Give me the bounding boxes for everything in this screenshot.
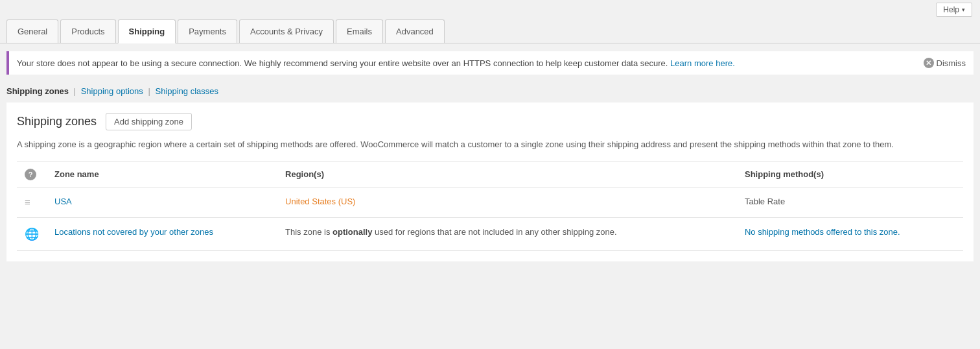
help-label: Help <box>943 5 959 14</box>
add-shipping-zone-button[interactable]: Add shipping zone <box>106 113 192 130</box>
tab-payments[interactable]: Payments <box>178 19 237 43</box>
shipping-zones-table: ? Zone name Region(s) Shipping method(s)… <box>17 162 963 251</box>
tabs-container: General Products Shipping Payments Accou… <box>0 19 980 43</box>
sub-nav-shipping-options[interactable]: Shipping options <box>81 86 143 96</box>
drag-handle-cell: ≡ <box>17 187 47 217</box>
locations-not-covered-link[interactable]: Locations not covered by your other zone… <box>54 227 213 237</box>
sub-nav-shipping-classes[interactable]: Shipping classes <box>155 86 218 96</box>
tab-accounts-privacy[interactable]: Accounts & Privacy <box>239 19 334 43</box>
region-text: United States (US) <box>285 197 355 206</box>
col-header-icon: ? <box>17 162 47 187</box>
optional-method-cell: No shipping methods offered to this zone… <box>737 217 963 250</box>
notice-text: Your store does not appear to be using a… <box>17 58 911 68</box>
top-bar: Help ▾ <box>0 0 980 19</box>
notice-banner: Your store does not appear to be using a… <box>6 51 974 75</box>
help-button[interactable]: Help ▾ <box>936 3 972 17</box>
zone-name-cell: USA <box>47 187 277 217</box>
dismiss-icon: ✕ <box>924 58 934 68</box>
tab-products[interactable]: Products <box>60 19 115 43</box>
regions-cell: United States (US) <box>277 187 737 217</box>
dismiss-button[interactable]: ✕ Dismiss <box>911 58 966 68</box>
no-method-text: No shipping methods offered to this zone… <box>745 227 900 237</box>
table-row: ≡ USA United States (US) Table Rate <box>17 187 963 217</box>
chevron-icon: ▾ <box>962 6 965 13</box>
col-header-regions: Region(s) <box>277 162 737 187</box>
section-header: Shipping zones Add shipping zone <box>17 113 963 130</box>
notice-learn-more-link[interactable]: Learn more here. <box>670 58 735 68</box>
shipping-method-cell: Table Rate <box>737 187 963 217</box>
globe-icon: 🌐 <box>25 228 39 241</box>
tab-shipping[interactable]: Shipping <box>118 19 176 43</box>
globe-icon-cell: 🌐 <box>17 217 47 250</box>
sub-nav-shipping-zones[interactable]: Shipping zones <box>6 86 69 96</box>
info-icon: ? <box>25 169 36 180</box>
tab-advanced[interactable]: Advanced <box>385 19 445 43</box>
sub-nav-sep-2: | <box>148 86 150 96</box>
content-area: Shipping zones Add shipping zone A shipp… <box>6 102 974 261</box>
section-title: Shipping zones <box>17 115 97 128</box>
optional-region-bold: optionally <box>332 227 372 237</box>
optional-region-cell: This zone is optionally used for regions… <box>277 217 737 250</box>
optional-zone-row: 🌐 Locations not covered by your other zo… <box>17 217 963 250</box>
tab-emails[interactable]: Emails <box>336 19 383 43</box>
tab-general[interactable]: General <box>6 19 58 43</box>
shipping-method-text: Table Rate <box>745 197 785 206</box>
main-content: Your store does not appear to be using a… <box>0 51 980 261</box>
col-header-zone-name: Zone name <box>47 162 277 187</box>
col-header-shipping-methods: Shipping method(s) <box>737 162 963 187</box>
usa-zone-link[interactable]: USA <box>54 197 72 206</box>
optional-region-after: used for regions that are not included i… <box>372 227 616 237</box>
optional-zone-name-cell: Locations not covered by your other zone… <box>47 217 277 250</box>
drag-handle-icon[interactable]: ≡ <box>25 197 30 208</box>
sub-nav-sep-1: | <box>74 86 76 96</box>
dismiss-label: Dismiss <box>937 58 966 68</box>
sub-navigation: Shipping zones | Shipping options | Ship… <box>0 82 980 102</box>
section-description: A shipping zone is a geographic region w… <box>17 138 963 151</box>
optional-region-before: This zone is <box>285 227 332 237</box>
table-header-row: ? Zone name Region(s) Shipping method(s) <box>17 162 963 187</box>
tabs-row: General Products Shipping Payments Accou… <box>0 19 980 43</box>
